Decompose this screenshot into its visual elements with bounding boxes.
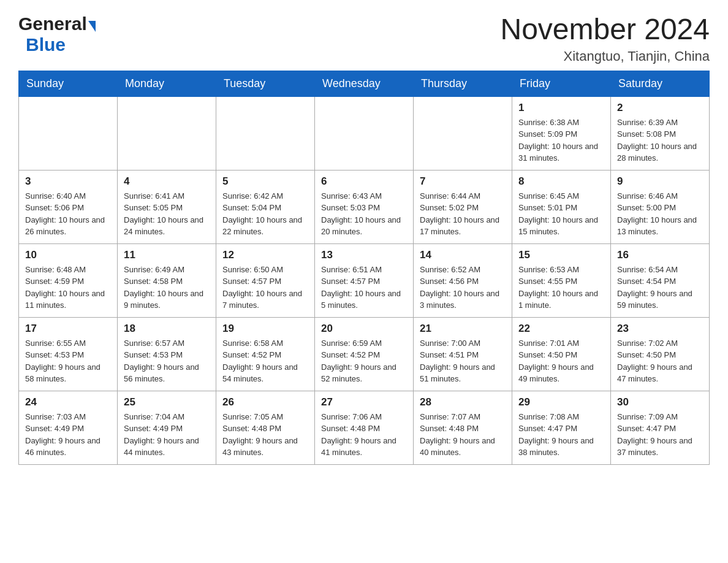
calendar-cell: 25Sunrise: 7:04 AMSunset: 4:49 PMDayligh… <box>118 391 216 464</box>
day-info: Sunrise: 7:06 AMSunset: 4:48 PMDaylight:… <box>321 411 407 459</box>
day-info: Sunrise: 6:44 AMSunset: 5:02 PMDaylight:… <box>420 190 506 238</box>
week-row-5: 24Sunrise: 7:03 AMSunset: 4:49 PMDayligh… <box>19 391 710 464</box>
day-info: Sunrise: 7:03 AMSunset: 4:49 PMDaylight:… <box>25 411 111 459</box>
day-info: Sunrise: 6:38 AMSunset: 5:09 PMDaylight:… <box>518 117 604 164</box>
day-info: Sunrise: 6:51 AMSunset: 4:57 PMDaylight:… <box>321 264 407 312</box>
calendar-cell: 4Sunrise: 6:41 AMSunset: 5:05 PMDaylight… <box>118 170 216 243</box>
calendar-cell: 21Sunrise: 7:00 AMSunset: 4:51 PMDayligh… <box>414 317 512 391</box>
header-day-sunday: Sunday <box>19 71 118 96</box>
day-number: 16 <box>617 249 703 261</box>
calendar-cell: 10Sunrise: 6:48 AMSunset: 4:59 PMDayligh… <box>19 243 118 317</box>
calendar-cell: 2Sunrise: 6:39 AMSunset: 5:08 PMDaylight… <box>611 96 710 170</box>
day-number: 21 <box>420 323 506 335</box>
day-info: Sunrise: 6:40 AMSunset: 5:06 PMDaylight:… <box>25 190 111 238</box>
day-number: 20 <box>321 323 407 335</box>
day-number: 18 <box>124 323 210 335</box>
calendar-header-row: SundayMondayTuesdayWednesdayThursdayFrid… <box>19 71 710 96</box>
calendar-cell: 6Sunrise: 6:43 AMSunset: 5:03 PMDaylight… <box>315 170 414 243</box>
day-number: 7 <box>420 175 506 188</box>
calendar-cell: 23Sunrise: 7:02 AMSunset: 4:50 PMDayligh… <box>611 317 710 391</box>
day-number: 12 <box>222 249 308 261</box>
week-row-3: 10Sunrise: 6:48 AMSunset: 4:59 PMDayligh… <box>19 243 710 317</box>
title-block: November 2024 Xitangtuo, Tianjin, China <box>500 13 710 64</box>
calendar-cell <box>216 96 315 170</box>
logo-general-text: General <box>18 13 87 34</box>
calendar-cell: 13Sunrise: 6:51 AMSunset: 4:57 PMDayligh… <box>315 243 414 317</box>
day-info: Sunrise: 7:07 AMSunset: 4:48 PMDaylight:… <box>420 411 506 459</box>
day-info: Sunrise: 6:45 AMSunset: 5:01 PMDaylight:… <box>518 190 604 238</box>
header-day-wednesday: Wednesday <box>315 71 414 96</box>
day-number: 13 <box>321 249 407 261</box>
logo-blue-text: Blue <box>26 34 66 55</box>
header-day-monday: Monday <box>118 71 216 96</box>
calendar-cell: 19Sunrise: 6:58 AMSunset: 4:52 PMDayligh… <box>216 317 315 391</box>
day-info: Sunrise: 7:00 AMSunset: 4:51 PMDaylight:… <box>420 337 506 385</box>
day-number: 26 <box>222 396 308 408</box>
day-number: 6 <box>321 175 407 188</box>
day-number: 24 <box>25 396 111 408</box>
calendar-cell: 28Sunrise: 7:07 AMSunset: 4:48 PMDayligh… <box>414 391 512 464</box>
calendar-cell: 5Sunrise: 6:42 AMSunset: 5:04 PMDaylight… <box>216 170 315 243</box>
calendar-cell: 24Sunrise: 7:03 AMSunset: 4:49 PMDayligh… <box>19 391 118 464</box>
day-info: Sunrise: 6:43 AMSunset: 5:03 PMDaylight:… <box>321 190 407 238</box>
day-info: Sunrise: 6:42 AMSunset: 5:04 PMDaylight:… <box>222 190 308 238</box>
calendar-cell: 22Sunrise: 7:01 AMSunset: 4:50 PMDayligh… <box>512 317 611 391</box>
page-header: General Blue November 2024 Xitangtuo, Ti… <box>0 0 728 71</box>
calendar-cell: 9Sunrise: 6:46 AMSunset: 5:00 PMDaylight… <box>611 170 710 243</box>
calendar-subtitle: Xitangtuo, Tianjin, China <box>500 48 710 64</box>
day-number: 28 <box>420 396 506 408</box>
logo: General Blue <box>18 13 96 55</box>
calendar-cell: 27Sunrise: 7:06 AMSunset: 4:48 PMDayligh… <box>315 391 414 464</box>
calendar-cell: 18Sunrise: 6:57 AMSunset: 4:53 PMDayligh… <box>118 317 216 391</box>
day-info: Sunrise: 6:58 AMSunset: 4:52 PMDaylight:… <box>222 337 308 385</box>
day-number: 1 <box>518 102 604 114</box>
day-info: Sunrise: 7:05 AMSunset: 4:48 PMDaylight:… <box>222 411 308 459</box>
day-info: Sunrise: 6:41 AMSunset: 5:05 PMDaylight:… <box>124 190 210 238</box>
day-number: 9 <box>617 175 703 188</box>
calendar-cell: 16Sunrise: 6:54 AMSunset: 4:54 PMDayligh… <box>611 243 710 317</box>
day-number: 25 <box>124 396 210 408</box>
day-number: 17 <box>25 323 111 335</box>
week-row-4: 17Sunrise: 6:55 AMSunset: 4:53 PMDayligh… <box>19 317 710 391</box>
day-info: Sunrise: 7:02 AMSunset: 4:50 PMDaylight:… <box>617 337 703 385</box>
calendar-cell <box>19 96 118 170</box>
calendar-cell: 8Sunrise: 6:45 AMSunset: 5:01 PMDaylight… <box>512 170 611 243</box>
logo-arrow-icon <box>88 21 96 32</box>
day-info: Sunrise: 6:39 AMSunset: 5:08 PMDaylight:… <box>617 117 703 164</box>
day-number: 27 <box>321 396 407 408</box>
day-info: Sunrise: 6:49 AMSunset: 4:58 PMDaylight:… <box>124 264 210 312</box>
day-info: Sunrise: 7:09 AMSunset: 4:47 PMDaylight:… <box>617 411 703 459</box>
day-number: 19 <box>222 323 308 335</box>
day-number: 2 <box>617 102 703 114</box>
day-number: 5 <box>222 175 308 188</box>
calendar-title: November 2024 <box>500 13 710 46</box>
calendar-cell: 26Sunrise: 7:05 AMSunset: 4:48 PMDayligh… <box>216 391 315 464</box>
day-number: 11 <box>124 249 210 261</box>
day-info: Sunrise: 6:55 AMSunset: 4:53 PMDaylight:… <box>25 337 111 385</box>
day-info: Sunrise: 6:50 AMSunset: 4:57 PMDaylight:… <box>222 264 308 312</box>
day-info: Sunrise: 7:01 AMSunset: 4:50 PMDaylight:… <box>518 337 604 385</box>
day-info: Sunrise: 6:57 AMSunset: 4:53 PMDaylight:… <box>124 337 210 385</box>
header-day-friday: Friday <box>512 71 611 96</box>
calendar-cell <box>315 96 414 170</box>
calendar-cell: 29Sunrise: 7:08 AMSunset: 4:47 PMDayligh… <box>512 391 611 464</box>
header-day-thursday: Thursday <box>414 71 512 96</box>
day-info: Sunrise: 6:52 AMSunset: 4:56 PMDaylight:… <box>420 264 506 312</box>
week-row-2: 3Sunrise: 6:40 AMSunset: 5:06 PMDaylight… <box>19 170 710 243</box>
day-info: Sunrise: 6:54 AMSunset: 4:54 PMDaylight:… <box>617 264 703 312</box>
day-number: 23 <box>617 323 703 335</box>
day-number: 4 <box>124 175 210 188</box>
day-info: Sunrise: 7:04 AMSunset: 4:49 PMDaylight:… <box>124 411 210 459</box>
day-info: Sunrise: 7:08 AMSunset: 4:47 PMDaylight:… <box>518 411 604 459</box>
calendar-cell: 14Sunrise: 6:52 AMSunset: 4:56 PMDayligh… <box>414 243 512 317</box>
calendar-cell <box>118 96 216 170</box>
day-number: 29 <box>518 396 604 408</box>
day-info: Sunrise: 6:59 AMSunset: 4:52 PMDaylight:… <box>321 337 407 385</box>
calendar-cell: 12Sunrise: 6:50 AMSunset: 4:57 PMDayligh… <box>216 243 315 317</box>
day-info: Sunrise: 6:53 AMSunset: 4:55 PMDaylight:… <box>518 264 604 312</box>
day-info: Sunrise: 6:48 AMSunset: 4:59 PMDaylight:… <box>25 264 111 312</box>
day-info: Sunrise: 6:46 AMSunset: 5:00 PMDaylight:… <box>617 190 703 238</box>
day-number: 30 <box>617 396 703 408</box>
day-number: 22 <box>518 323 604 335</box>
calendar-cell: 17Sunrise: 6:55 AMSunset: 4:53 PMDayligh… <box>19 317 118 391</box>
